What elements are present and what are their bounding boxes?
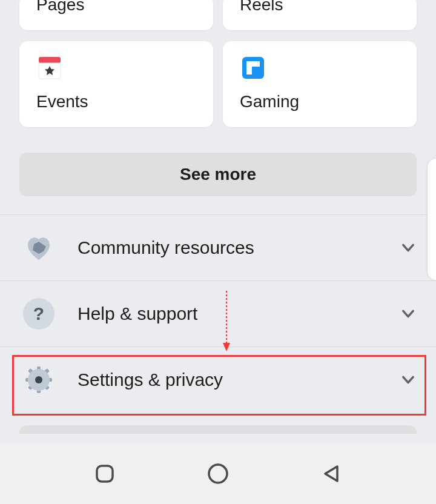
nav-recents-button[interactable] bbox=[91, 460, 118, 487]
row-community-resources[interactable]: Community resources bbox=[0, 215, 436, 281]
row-label: Help & support bbox=[78, 303, 400, 324]
row-settings-privacy[interactable]: Settings & privacy bbox=[0, 347, 436, 413]
svg-text:?: ? bbox=[33, 303, 44, 323]
row-label: Community resources bbox=[78, 237, 400, 258]
svg-point-19 bbox=[209, 465, 227, 483]
chevron-down-icon bbox=[400, 305, 417, 322]
calendar-star-icon bbox=[36, 55, 196, 84]
edge-panel-peek bbox=[428, 159, 436, 280]
android-nav-bar bbox=[0, 443, 436, 504]
question-icon: ? bbox=[22, 297, 56, 331]
chevron-down-icon bbox=[400, 239, 417, 256]
card-label: Events bbox=[36, 92, 196, 111]
see-more-button[interactable]: See more bbox=[19, 153, 417, 196]
row-help-support[interactable]: ? Help & support bbox=[0, 281, 436, 347]
svg-rect-18 bbox=[97, 466, 113, 482]
nav-home-button[interactable] bbox=[205, 460, 231, 487]
svg-point-16 bbox=[35, 376, 42, 383]
row-label: Settings & privacy bbox=[78, 370, 400, 390]
menu-card-pages[interactable]: Pages bbox=[19, 0, 213, 30]
card-label: Pages bbox=[36, 0, 196, 15]
menu-card-gaming[interactable]: Gaming bbox=[223, 41, 417, 127]
card-label: Reels bbox=[240, 0, 400, 15]
svg-rect-0 bbox=[39, 57, 61, 63]
menu-card-reels[interactable]: Reels bbox=[223, 0, 417, 30]
gear-icon bbox=[22, 363, 56, 397]
svg-rect-3 bbox=[242, 57, 264, 79]
menu-card-events[interactable]: Events bbox=[19, 41, 213, 127]
see-more-label: See more bbox=[180, 165, 256, 184]
chevron-down-icon bbox=[400, 371, 417, 388]
card-label: Gaming bbox=[240, 92, 400, 111]
gaming-icon bbox=[240, 55, 400, 84]
partial-button-peek bbox=[19, 425, 417, 434]
handshake-icon bbox=[22, 231, 56, 265]
nav-back-button[interactable] bbox=[318, 460, 345, 487]
